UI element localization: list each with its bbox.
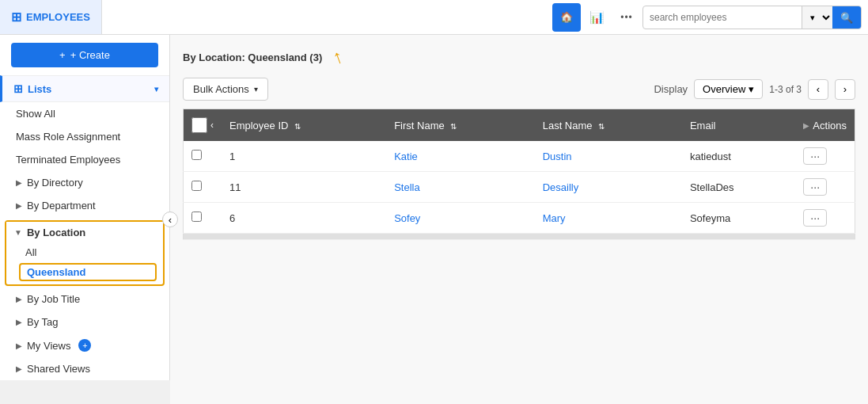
shared-views-label: Shared Views bbox=[27, 363, 90, 375]
last-name-cell[interactable]: Desailly bbox=[535, 172, 682, 203]
mass-role-label: Mass Role Assignment bbox=[16, 131, 120, 143]
bar-chart-icon: 📊 bbox=[589, 10, 605, 25]
first-name-cell[interactable]: Stella bbox=[386, 172, 535, 203]
all-sub-label: All bbox=[25, 246, 36, 258]
employee-id-cell: 11 bbox=[222, 172, 386, 203]
employee-id-cell: 6 bbox=[222, 203, 386, 234]
sort-arrow-icon: ⇅ bbox=[294, 122, 301, 131]
by-directory-label: By Directory bbox=[27, 177, 83, 189]
sidebar-item-my-views[interactable]: ▶ My Views + bbox=[0, 333, 169, 357]
bulk-actions-button[interactable]: Bulk Actions ▾ bbox=[183, 78, 268, 101]
sort-arrow-icon: ⇅ bbox=[598, 122, 605, 131]
sidebar-sub-all[interactable]: All bbox=[6, 243, 163, 261]
chevron-right-icon: ▶ bbox=[16, 364, 22, 373]
chart-nav-btn[interactable]: 📊 bbox=[582, 3, 611, 32]
sidebar-item-by-location[interactable]: ▼ By Location bbox=[6, 222, 163, 243]
last-name-header-label: Last Name bbox=[543, 120, 593, 131]
last-name-cell[interactable]: Dustin bbox=[535, 141, 682, 172]
next-page-button[interactable]: › bbox=[835, 79, 855, 100]
home-icon: 🏠 bbox=[560, 11, 573, 23]
create-button[interactable]: + + Create bbox=[11, 43, 158, 67]
search-input[interactable] bbox=[643, 12, 802, 23]
search-button[interactable]: 🔍 bbox=[832, 6, 861, 29]
arrow-indicator: ↑ bbox=[330, 45, 347, 69]
sidebar-item-by-tag[interactable]: ▶ By Tag bbox=[0, 311, 169, 333]
employee-id-header-label: Employee ID bbox=[229, 120, 288, 131]
show-all-label: Show All bbox=[16, 108, 55, 120]
more-nav-btn[interactable]: ••• bbox=[612, 3, 641, 32]
sidebar-sub-queensland[interactable]: Queensland bbox=[19, 263, 157, 281]
overview-dropdown-button[interactable]: Overview ▾ bbox=[694, 79, 763, 99]
sidebar-collapse-button[interactable]: ‹ bbox=[162, 212, 178, 227]
sidebar-item-shared-views[interactable]: ▶ Shared Views bbox=[0, 357, 169, 380]
employee-id-cell: 1 bbox=[222, 141, 386, 172]
sidebar-item-mass-role[interactable]: Mass Role Assignment bbox=[0, 125, 169, 148]
employees-table: ‹ Employee ID ⇅ First Name ⇅ Last Name ⇅ bbox=[183, 109, 855, 240]
search-dropdown[interactable]: ▾ bbox=[802, 6, 832, 29]
display-label: Display bbox=[654, 83, 688, 95]
collapse-icon: ‹ bbox=[169, 214, 172, 226]
chevron-right-icon: ▶ bbox=[16, 178, 22, 187]
chevron-right-icon: ▶ bbox=[16, 341, 22, 350]
home-nav-btn[interactable]: 🏠 bbox=[552, 3, 581, 32]
page-info: 1-3 of 3 bbox=[769, 84, 802, 95]
more-icon: ••• bbox=[620, 12, 633, 23]
sidebar-item-by-department[interactable]: ▶ By Department bbox=[0, 194, 169, 217]
sidebar: + + Create ⊞ Lists ▾ Show All Mass Role … bbox=[0, 35, 170, 380]
app-title: EMPLOYEES bbox=[26, 11, 90, 23]
row-checkbox-cell bbox=[184, 141, 222, 172]
sidebar-item-by-directory[interactable]: ▶ By Directory bbox=[0, 171, 169, 194]
row-checkbox[interactable] bbox=[191, 150, 202, 160]
row-actions-button[interactable]: ··· bbox=[803, 178, 827, 196]
lists-header[interactable]: ⊞ Lists ▾ bbox=[0, 75, 169, 102]
by-tag-label: By Tag bbox=[27, 316, 59, 328]
first-name-cell[interactable]: Sofey bbox=[386, 203, 535, 234]
dropdown-arrow-icon: ▾ bbox=[254, 85, 258, 93]
last-name-col-header[interactable]: Last Name ⇅ bbox=[535, 109, 682, 142]
table-row: 6 Sofey Mary Sofeyma ··· bbox=[184, 203, 855, 234]
table-nav-arrow[interactable]: ‹ bbox=[210, 120, 214, 131]
actions-cell: ··· bbox=[795, 172, 855, 203]
first-name-cell[interactable]: Katie bbox=[386, 141, 535, 172]
email-header-label: Email bbox=[690, 120, 716, 131]
search-wrap: ▾ 🔍 bbox=[642, 6, 862, 29]
sidebar-container: + + Create ⊞ Lists ▾ Show All Mass Role … bbox=[0, 35, 170, 404]
by-job-title-label: By Job Title bbox=[27, 293, 80, 305]
sidebar-item-terminated[interactable]: Terminated Employees bbox=[0, 148, 169, 171]
email-cell: katiedust bbox=[682, 141, 795, 172]
employee-id-col-header[interactable]: Employee ID ⇅ bbox=[222, 109, 386, 142]
sidebar-item-show-all[interactable]: Show All bbox=[0, 102, 169, 125]
prev-page-icon: ‹ bbox=[817, 83, 820, 95]
select-all-col: ‹ bbox=[184, 109, 222, 142]
search-icon: 🔍 bbox=[840, 12, 853, 24]
table-row: 1 Katie Dustin katiedust ··· bbox=[184, 141, 855, 172]
plus-icon: + bbox=[59, 49, 66, 61]
chevron-right-icon: ▶ bbox=[16, 318, 22, 326]
select-all-checkbox[interactable] bbox=[191, 117, 207, 133]
content-area: By Location: Queensland (3) ↑ Bulk Actio… bbox=[170, 35, 868, 404]
last-name-cell[interactable]: Mary bbox=[535, 203, 682, 234]
first-name-col-header[interactable]: First Name ⇅ bbox=[386, 109, 535, 142]
row-actions-button[interactable]: ··· bbox=[803, 147, 827, 165]
email-cell: StellaDes bbox=[682, 172, 795, 203]
create-label: + Create bbox=[70, 49, 110, 61]
prev-page-button[interactable]: ‹ bbox=[808, 79, 828, 100]
sort-arrow-icon: ⇅ bbox=[450, 122, 457, 131]
table-row: 11 Stella Desailly StellaDes ··· bbox=[184, 172, 855, 203]
add-view-icon[interactable]: + bbox=[78, 339, 91, 352]
row-actions-button[interactable]: ··· bbox=[803, 209, 827, 227]
next-page-icon: › bbox=[843, 83, 847, 95]
chevron-right-icon: ▶ bbox=[16, 295, 22, 303]
list-icon: ⊞ bbox=[13, 82, 23, 95]
scrollbar-row bbox=[184, 234, 855, 240]
row-checkbox[interactable] bbox=[191, 212, 202, 222]
topbar-nav: 🏠 📊 ••• ▾ 🔍 bbox=[552, 3, 868, 32]
row-checkbox[interactable] bbox=[191, 181, 202, 191]
email-cell: Sofeyma bbox=[682, 203, 795, 234]
row-checkbox-cell bbox=[184, 203, 222, 234]
chevron-right-icon: ▶ bbox=[16, 201, 22, 210]
sidebar-item-by-job-title[interactable]: ▶ By Job Title bbox=[0, 288, 169, 311]
page-title-area: By Location: Queensland (3) ↑ bbox=[183, 46, 855, 68]
by-location-section: ▼ By Location All Queensland bbox=[5, 220, 165, 286]
overview-label: Overview bbox=[703, 83, 745, 95]
